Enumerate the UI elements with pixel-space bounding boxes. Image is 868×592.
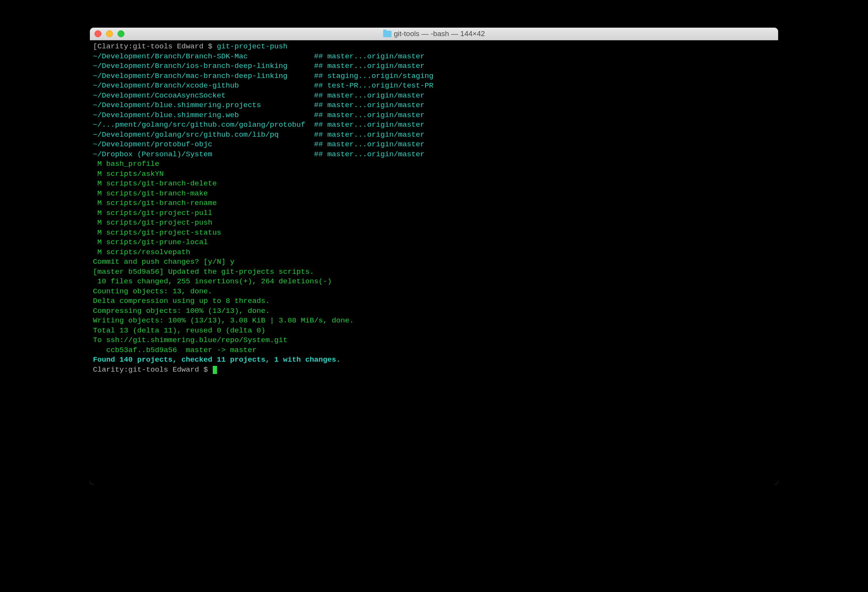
repo-branch-status: ## master...origin/master xyxy=(314,91,425,100)
confirm-prompt: Commit and push changes? [y/N] y xyxy=(93,257,775,267)
modified-file-line: M scripts/git-branch-make xyxy=(93,189,775,199)
repo-branch-status: ## master...origin/master xyxy=(314,121,425,129)
git-output-line: Counting objects: 13, done. xyxy=(93,287,775,297)
repo-path: ~/Development/blue.shimmering.web xyxy=(93,111,314,121)
repo-status-line: ~/Development/Branch/Branch-SDK-Mac## ma… xyxy=(93,52,775,62)
traffic-lights xyxy=(94,30,124,37)
repo-path: ~/Development/Branch/xcode-github xyxy=(93,81,314,91)
cursor xyxy=(213,366,217,374)
repo-status-line: ~/Development/Branch/xcode-github## test… xyxy=(93,81,775,91)
repo-status-line: ~/Development/blue.shimmering.projects##… xyxy=(93,101,775,111)
window-titlebar[interactable]: git-tools — -bash — 144×42 xyxy=(90,28,778,40)
repo-path: ~/Development/golang/src/github.com/lib/… xyxy=(93,130,314,140)
modified-file-line: M scripts/resolvepath xyxy=(93,248,775,258)
modified-file-line: M scripts/git-branch-rename xyxy=(93,198,775,208)
git-output-line: Writing objects: 100% (13/13), 3.08 KiB … xyxy=(93,316,775,326)
repo-branch-status: ## master...origin/master xyxy=(314,101,425,109)
modified-file-line: M scripts/git-prune-local xyxy=(93,238,775,248)
minimize-button[interactable] xyxy=(106,30,113,37)
modified-file-line: M scripts/askYN xyxy=(93,169,775,179)
git-output-line: Total 13 (delta 11), reused 0 (delta 0) xyxy=(93,326,775,336)
git-output-line: To ssh://git.shimmering.blue/repo/System… xyxy=(93,336,775,346)
git-output-line: [master b5d9a56] Updated the git-project… xyxy=(93,267,775,277)
repo-status-line: ~/...pment/golang/src/github.com/golang/… xyxy=(93,120,775,130)
terminal-window: git-tools — -bash — 144×42 [Clarity:git-… xyxy=(90,28,778,485)
modified-file-line: M scripts/git-project-pull xyxy=(93,208,775,218)
prompt-line: [Clarity:git-tools Edward $ git-project-… xyxy=(93,42,775,52)
git-output-line: Delta compression using up to 8 threads. xyxy=(93,296,775,306)
summary-line: Found 140 projects, checked 11 projects,… xyxy=(93,355,775,365)
terminal-body[interactable]: [Clarity:git-tools Edward $ git-project-… xyxy=(90,40,778,485)
repo-branch-status: ## master...origin/master xyxy=(314,52,425,61)
repo-status-line: ~/Dropbox (Personal)/System## master...o… xyxy=(93,150,775,160)
repo-path: ~/Development/blue.shimmering.projects xyxy=(93,101,314,111)
git-output-line: 10 files changed, 255 insertions(+), 264… xyxy=(93,277,775,287)
repo-status-line: ~/Development/Branch/ios-branch-deep-lin… xyxy=(93,61,775,71)
window-title-text: git-tools — -bash — 144×42 xyxy=(394,30,485,38)
repo-branch-status: ## master...origin/master xyxy=(314,131,425,139)
repo-branch-status: ## master...origin/master xyxy=(314,150,425,159)
repo-status-line: ~/Development/protobuf-objc## master...o… xyxy=(93,140,775,150)
repo-branch-status: ## test-PR...origin/test-PR xyxy=(314,81,434,90)
repo-path: ~/...pment/golang/src/github.com/golang/… xyxy=(93,120,314,130)
window-title: git-tools — -bash — 144×42 xyxy=(383,30,485,38)
git-output-line: ccb53af..b5d9a56 master -> master xyxy=(93,346,775,356)
modified-file-line: M bash_profile xyxy=(93,159,775,169)
repo-branch-status: ## master...origin/master xyxy=(314,111,425,119)
modified-file-line: M scripts/git-branch-delete xyxy=(93,179,775,189)
repo-status-line: ~/Development/Branch/mac-branch-deep-lin… xyxy=(93,71,775,81)
repo-branch-status: ## staging...origin/staging xyxy=(314,72,434,80)
modified-file-line: M scripts/git-project-push xyxy=(93,218,775,228)
folder-icon xyxy=(383,31,391,37)
repo-path: ~/Dropbox (Personal)/System xyxy=(93,150,314,160)
close-button[interactable] xyxy=(94,30,101,37)
repo-branch-status: ## master...origin/master xyxy=(314,62,425,70)
prompt-line[interactable]: Clarity:git-tools Edward $ xyxy=(93,365,775,375)
repo-path: ~/Development/protobuf-objc xyxy=(93,140,314,150)
repo-path: ~/Development/CocoaAsyncSocket xyxy=(93,91,314,101)
zoom-button[interactable] xyxy=(118,30,124,37)
repo-status-line: ~/Development/CocoaAsyncSocket## master.… xyxy=(93,91,775,101)
repo-branch-status: ## master...origin/master xyxy=(314,140,425,149)
modified-file-line: M scripts/git-project-status xyxy=(93,228,775,238)
entered-command: git-project-push xyxy=(217,42,287,51)
repo-status-line: ~/Development/golang/src/github.com/lib/… xyxy=(93,130,775,140)
repo-path: ~/Development/Branch/ios-branch-deep-lin… xyxy=(93,61,314,71)
git-output-line: Compressing objects: 100% (13/13), done. xyxy=(93,306,775,316)
repo-status-line: ~/Development/blue.shimmering.web## mast… xyxy=(93,111,775,121)
repo-path: ~/Development/Branch/Branch-SDK-Mac xyxy=(93,52,314,62)
repo-path: ~/Development/Branch/mac-branch-deep-lin… xyxy=(93,71,314,81)
